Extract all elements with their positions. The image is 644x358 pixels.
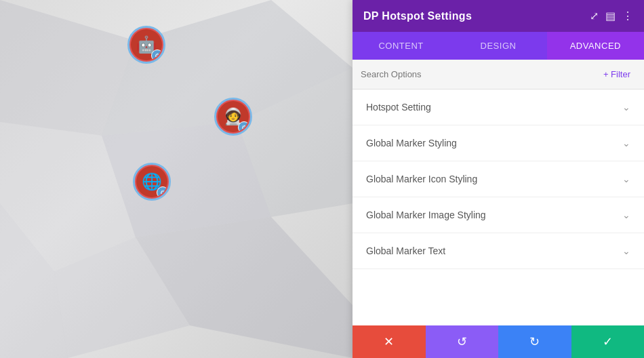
panel-header: DP Hotspot Settings ⤢ ▤ ⋮ xyxy=(353,0,644,32)
svg-marker-7 xyxy=(136,217,353,358)
more-icon[interactable]: ⋮ xyxy=(622,9,633,22)
chevron-global-marker-icon: ⌄ xyxy=(622,174,630,184)
undo-button[interactable]: ↺ xyxy=(426,325,499,358)
section-global-marker-icon-label: Global Marker Icon Styling xyxy=(366,174,477,184)
marker-inner-3: 🌐 ⚙ xyxy=(136,166,167,197)
save-button[interactable]: ✓ xyxy=(571,325,645,358)
section-global-marker-text[interactable]: Global Marker Text ⌄ xyxy=(353,233,644,269)
section-global-marker-image-label: Global Marker Image Styling xyxy=(366,210,486,220)
tab-advanced[interactable]: Advanced xyxy=(547,32,644,60)
bottom-toolbar: ✕ ↺ ↻ ✓ xyxy=(353,325,644,358)
marker-inner-1: 🤖 ⚙ xyxy=(131,29,162,60)
section-global-marker-styling[interactable]: Global Marker Styling ⌄ xyxy=(353,125,644,161)
canvas-area: 🤖 ⚙ 🧑‍🚀 ⚙ 🌐 ⚙ xyxy=(0,0,353,358)
expand-icon[interactable]: ⤢ xyxy=(590,9,599,22)
chevron-hotspot-setting: ⌄ xyxy=(622,102,630,113)
tabs-bar: Content Design Advanced xyxy=(353,32,644,60)
hotspot-marker-1[interactable]: 🤖 ⚙ xyxy=(127,26,165,64)
marker-gear-2: ⚙ xyxy=(238,121,249,132)
sections-list: Hotspot Setting ⌄ Global Marker Styling … xyxy=(353,90,644,325)
search-bar: + Filter xyxy=(353,60,644,90)
section-global-marker-text-label: Global Marker Text xyxy=(366,245,445,256)
panel-title: DP Hotspot Settings xyxy=(363,10,472,22)
hotspot-marker-2[interactable]: 🧑‍🚀 ⚙ xyxy=(214,98,252,136)
save-icon: ✓ xyxy=(603,334,613,349)
search-input[interactable] xyxy=(361,69,592,79)
marker-gear-3: ⚙ xyxy=(157,186,167,197)
section-global-marker-icon[interactable]: Global Marker Icon Styling ⌄ xyxy=(353,161,644,197)
chevron-global-marker-image: ⌄ xyxy=(622,210,630,220)
tab-content[interactable]: Content xyxy=(353,32,449,60)
filter-button[interactable]: + Filter xyxy=(598,66,636,82)
redo-icon: ↻ xyxy=(529,334,540,349)
redo-button[interactable]: ↻ xyxy=(498,325,571,358)
chevron-global-marker-styling: ⌄ xyxy=(622,138,630,148)
section-hotspot-setting[interactable]: Hotspot Setting ⌄ xyxy=(353,90,644,125)
settings-panel: DP Hotspot Settings ⤢ ▤ ⋮ Content Design… xyxy=(353,0,644,358)
marker-inner-2: 🧑‍🚀 ⚙ xyxy=(218,101,249,132)
chevron-global-marker-text: ⌄ xyxy=(622,245,630,256)
section-global-marker-styling-label: Global Marker Styling xyxy=(366,138,457,148)
tab-design[interactable]: Design xyxy=(449,32,546,60)
panel-header-icons: ⤢ ▤ ⋮ xyxy=(590,9,633,22)
cancel-icon: ✕ xyxy=(384,334,394,349)
columns-icon[interactable]: ▤ xyxy=(605,9,616,22)
section-hotspot-setting-label: Hotspot Setting xyxy=(366,102,431,113)
undo-icon: ↺ xyxy=(457,334,467,349)
hotspot-marker-3[interactable]: 🌐 ⚙ xyxy=(133,163,171,201)
section-global-marker-image[interactable]: Global Marker Image Styling ⌄ xyxy=(353,197,644,233)
cancel-button[interactable]: ✕ xyxy=(353,325,426,358)
marker-gear-1: ⚙ xyxy=(151,49,162,60)
